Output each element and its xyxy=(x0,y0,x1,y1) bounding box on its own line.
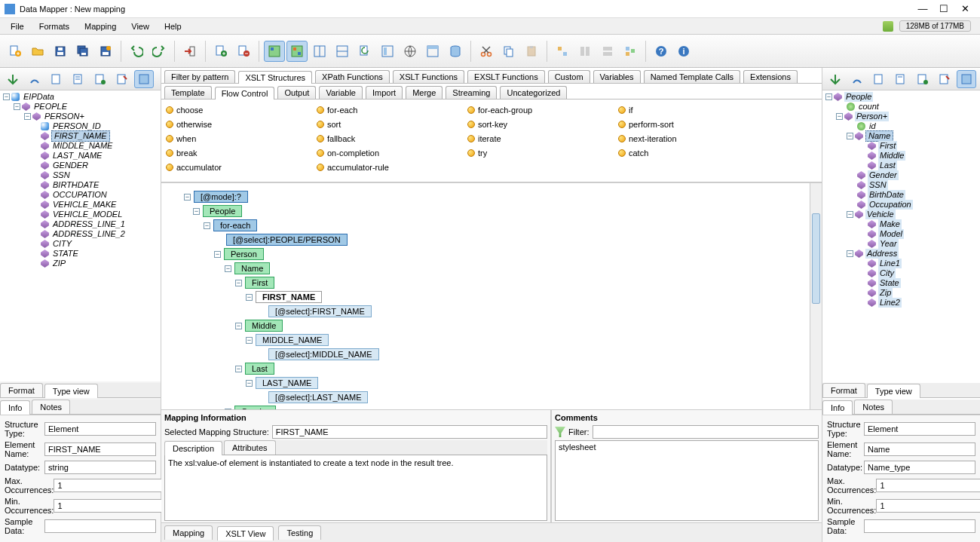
left-tool-2[interactable] xyxy=(25,70,44,88)
expand-handle[interactable]: − xyxy=(246,294,253,301)
expand-handle[interactable]: − xyxy=(3,93,10,100)
struct-tab[interactable]: XPath Functions xyxy=(315,70,390,83)
minocc-input[interactable] xyxy=(876,499,980,513)
refresh-icon[interactable] xyxy=(354,41,375,62)
tree-address[interactable]: Address xyxy=(865,249,899,259)
tree-field[interactable]: Line2 xyxy=(878,298,902,308)
database-icon[interactable] xyxy=(445,41,466,62)
tree-person[interactable]: PERSON+ xyxy=(43,112,86,121)
tab-notes[interactable]: Notes xyxy=(854,400,893,414)
flow-item[interactable]: sort xyxy=(317,117,467,131)
left-tool-4[interactable] xyxy=(69,70,88,88)
cat-tab[interactable]: Streaming xyxy=(446,86,497,99)
layout-3-icon[interactable] xyxy=(377,41,398,62)
tree-count[interactable]: count xyxy=(857,102,880,112)
struct-tab[interactable]: Variables xyxy=(593,70,641,83)
mode-block[interactable]: [@mode]:? xyxy=(194,191,248,203)
add-doc-icon[interactable] xyxy=(210,41,231,62)
filter-input[interactable] xyxy=(593,425,819,439)
right-tool-4[interactable] xyxy=(891,70,911,88)
copy-icon[interactable] xyxy=(498,41,519,62)
maximize-button[interactable]: ☐ xyxy=(933,2,954,16)
right-tool-6[interactable] xyxy=(935,70,954,88)
tree-field[interactable]: FIRST_NAME xyxy=(51,130,110,142)
tree-field[interactable]: SSN xyxy=(868,180,888,190)
expand-handle[interactable]: − xyxy=(847,133,853,139)
tree-field[interactable]: BirthDate xyxy=(868,190,905,200)
right-tool-3[interactable] xyxy=(869,70,889,88)
maxocc-input[interactable] xyxy=(876,479,980,492)
expand-handle[interactable]: − xyxy=(235,323,242,329)
flow-item[interactable]: for-each xyxy=(317,103,467,117)
struct-tab[interactable]: Filter by pattern xyxy=(164,70,235,83)
flow-item[interactable]: catch xyxy=(618,145,769,160)
element-name-input[interactable] xyxy=(864,442,975,456)
tab-format[interactable]: Format xyxy=(822,383,865,397)
tree-field[interactable]: OCCUPATION xyxy=(51,190,109,200)
right-tool-1[interactable] xyxy=(825,70,845,88)
close-button[interactable]: ✕ xyxy=(954,2,975,16)
minocc-input[interactable] xyxy=(54,499,165,513)
person-block[interactable]: Person xyxy=(224,248,264,260)
tab-mapping[interactable]: Mapping xyxy=(164,525,213,540)
tree-field[interactable]: ZIP xyxy=(51,259,67,268)
tree-people[interactable]: PEOPLE xyxy=(32,102,69,112)
flow-item[interactable]: break xyxy=(166,145,317,160)
tree-field[interactable]: GENDER xyxy=(51,161,90,170)
right-tool-2[interactable] xyxy=(847,70,867,88)
middle-block[interactable]: Middle xyxy=(245,320,283,332)
select-last-name[interactable]: [@select]:LAST_NAME xyxy=(268,391,368,403)
cat-tab[interactable]: Output xyxy=(277,86,316,99)
tab-testing[interactable]: Testing xyxy=(278,525,321,540)
tree-field[interactable]: City xyxy=(878,268,896,278)
tree-vehicle[interactable]: Vehicle xyxy=(865,210,896,219)
align-2-icon[interactable] xyxy=(574,41,596,62)
flow-item[interactable]: try xyxy=(467,145,618,160)
tree-field[interactable]: MIDDLE_NAME xyxy=(51,141,114,151)
left-tool-5[interactable] xyxy=(90,70,110,88)
align-3-icon[interactable] xyxy=(597,41,618,62)
sample-input[interactable] xyxy=(864,519,975,533)
tree-field[interactable]: STATE xyxy=(51,249,80,259)
tree-field[interactable]: Occupation xyxy=(868,200,913,210)
struct-tab[interactable]: Custom xyxy=(548,70,590,83)
paste-icon[interactable] xyxy=(521,41,542,62)
undo-icon[interactable] xyxy=(126,41,147,62)
save-icon[interactable] xyxy=(50,41,71,62)
tab-info[interactable]: Info xyxy=(0,400,30,415)
tree-field[interactable]: CITY xyxy=(51,239,73,249)
expand-handle[interactable]: − xyxy=(24,113,31,120)
foreach-block[interactable]: for-each xyxy=(213,219,257,231)
cut-icon[interactable] xyxy=(476,41,497,62)
flow-item[interactable]: choose xyxy=(166,103,317,117)
source-tree[interactable]: −EIPData −PEOPLE −PERSON+ PERSON_IDFIRST… xyxy=(0,90,161,381)
flow-item[interactable]: when xyxy=(166,131,317,145)
view-mode-2-icon[interactable] xyxy=(286,41,308,62)
remove-doc-icon[interactable] xyxy=(233,41,254,62)
first-block[interactable]: First xyxy=(245,277,274,289)
flow-item[interactable]: otherwise xyxy=(166,117,317,131)
expand-handle[interactable]: − xyxy=(825,93,832,100)
left-tool-1[interactable] xyxy=(3,70,23,88)
align-4-icon[interactable] xyxy=(620,41,641,62)
left-tool-6[interactable] xyxy=(112,70,132,88)
right-tool-7[interactable] xyxy=(957,70,976,88)
expand-handle[interactable]: − xyxy=(246,380,253,387)
tab-description[interactable]: Description xyxy=(164,441,222,455)
last-block[interactable]: Last xyxy=(245,363,274,375)
tree-field[interactable]: Last xyxy=(878,161,897,170)
tab-typeview[interactable]: Type view xyxy=(867,384,920,398)
target-tree[interactable]: −People count −Person+ id −Name FirstMid… xyxy=(822,90,980,381)
expand-handle[interactable]: − xyxy=(836,113,843,120)
tab-notes[interactable]: Notes xyxy=(32,400,70,414)
exit-icon[interactable] xyxy=(179,41,201,62)
select-first-name[interactable]: [@select]:FIRST_NAME xyxy=(268,305,372,317)
cat-tab[interactable]: Flow Control xyxy=(215,87,275,100)
struct-tab[interactable]: Named Template Calls xyxy=(644,70,740,83)
tree-field[interactable]: VEHICLE_MAKE xyxy=(51,200,118,210)
info-icon[interactable]: i xyxy=(673,41,694,62)
menu-mapping[interactable]: Mapping xyxy=(77,20,124,32)
expand-handle[interactable]: − xyxy=(214,251,221,258)
new-file-icon[interactable] xyxy=(5,41,26,62)
tree-field[interactable]: BIRTHDATE xyxy=(51,180,100,190)
